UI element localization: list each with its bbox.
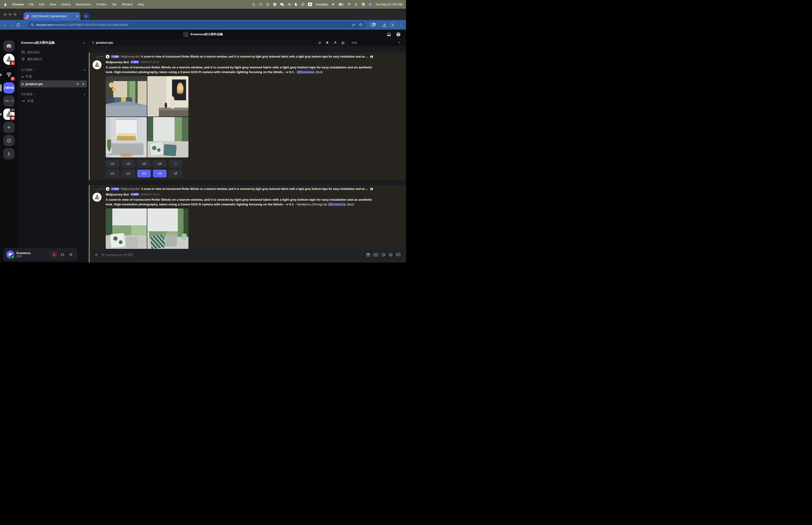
- create-channel-icon[interactable]: +: [83, 92, 86, 96]
- sticker-icon[interactable]: [381, 253, 386, 257]
- spotlight-search-icon[interactable]: [354, 3, 358, 6]
- variation-image-2[interactable]: [147, 208, 188, 249]
- globe-icon[interactable]: [266, 3, 270, 6]
- menu-edit[interactable]: Edit: [39, 3, 44, 6]
- reply-author[interactable]: Midjourney Bot: [121, 187, 140, 191]
- back-icon[interactable]: ←: [2, 23, 9, 27]
- mute-icon[interactable]: [332, 3, 335, 6]
- channel-general-text[interactable]: # 常规: [20, 73, 87, 80]
- generated-image-3[interactable]: [106, 117, 147, 158]
- message-author[interactable]: Midjourney Bot: [106, 60, 129, 64]
- bot-avatar[interactable]: [93, 193, 102, 201]
- server-header[interactable]: Evanesca的大师作品集: [18, 39, 89, 46]
- sidebar-item-boost[interactable]: 服务器助力: [20, 56, 87, 62]
- battery-icon[interactable]: [339, 3, 344, 6]
- member-list-icon[interactable]: [341, 41, 345, 45]
- browser-menu-icon[interactable]: ⋮: [399, 23, 403, 27]
- downloads-icon[interactable]: [382, 23, 386, 27]
- sidebar-item-events[interactable]: 组织活动: [20, 49, 87, 56]
- siri-icon[interactable]: [368, 3, 372, 6]
- user-settings-gear-icon[interactable]: [67, 251, 75, 258]
- control-center-icon[interactable]: [361, 3, 365, 6]
- reload-icon[interactable]: [15, 23, 21, 27]
- button-open-external[interactable]: [169, 170, 182, 177]
- create-channel-icon[interactable]: +: [83, 68, 86, 72]
- apple-icon[interactable]: [4, 3, 7, 6]
- url-bar[interactable]: discord.com/channels/1216972689722314752…: [28, 21, 366, 28]
- notifications-bell-icon[interactable]: [325, 41, 329, 45]
- generated-image-1[interactable]: [106, 76, 147, 117]
- add-server-button[interactable]: [3, 122, 15, 133]
- button-u4[interactable]: U4: [153, 160, 167, 168]
- grid-icon[interactable]: [252, 3, 255, 6]
- mention-evanesca[interactable]: @Evanesca: [328, 202, 346, 206]
- menu-file[interactable]: File: [29, 3, 34, 6]
- menu-tab[interactable]: Tab: [112, 3, 117, 6]
- channel-general-voice[interactable]: 常规: [20, 97, 87, 105]
- section-voice-channels[interactable]: 语音频道 +: [20, 91, 87, 97]
- generated-image-grid[interactable]: [106, 76, 188, 158]
- gift-icon[interactable]: [366, 253, 370, 257]
- tab-close-icon[interactable]: ✕: [76, 15, 78, 18]
- button-v2[interactable]: V2: [121, 170, 135, 177]
- profile-avatar[interactable]: E: [390, 22, 396, 28]
- menu-window[interactable]: Window: [122, 3, 133, 6]
- generated-image-4[interactable]: [147, 117, 188, 158]
- button-reroll[interactable]: [169, 160, 182, 168]
- invite-people-icon[interactable]: [76, 82, 80, 86]
- download-apps-button[interactable]: [3, 148, 15, 159]
- window-controls[interactable]: [4, 13, 16, 16]
- menu-view[interactable]: View: [49, 3, 56, 6]
- input-source-label[interactable]: Canadian: [316, 3, 328, 6]
- zoom-window-button[interactable]: [14, 13, 16, 16]
- message-author[interactable]: Midjourney Bot: [106, 193, 129, 196]
- explore-servers-button[interactable]: [3, 135, 15, 146]
- help-icon[interactable]: ?: [396, 32, 400, 36]
- section-text-channels[interactable]: 文字频道 +: [20, 67, 87, 73]
- wechat-icon[interactable]: [280, 3, 284, 6]
- threads-icon[interactable]: [318, 41, 321, 45]
- reply-author[interactable]: Midjourney Bot: [121, 55, 140, 58]
- play-circle-icon[interactable]: [301, 3, 305, 6]
- server-t[interactable]: 3: [3, 69, 15, 80]
- user-avatar[interactable]: [6, 251, 14, 258]
- reply-preview-text[interactable]: A zoom-in view of translucent Roller Bli…: [141, 187, 368, 191]
- screenshot-app-icon[interactable]: [273, 3, 277, 6]
- user-panel[interactable]: Evanesca 在线: [4, 249, 77, 260]
- url-text[interactable]: discord.com/channels/1216972689722314752…: [36, 23, 349, 27]
- home-button[interactable]: [3, 41, 15, 52]
- search-box[interactable]: [349, 40, 403, 45]
- button-u1[interactable]: U1: [106, 160, 119, 168]
- reply-preview-row[interactable]: ✓APP Midjourney Bot A zoom-in view of tr…: [106, 186, 403, 191]
- menu-bookmarks[interactable]: Bookmarks: [76, 3, 91, 6]
- browser-tab[interactable]: 102 (102) Discord | #product-pic | ✕: [24, 12, 80, 20]
- channel-settings-gear-icon[interactable]: [81, 82, 85, 86]
- headphones-icon[interactable]: [59, 251, 66, 258]
- forward-icon[interactable]: →: [9, 23, 15, 27]
- pinned-messages-icon[interactable]: [333, 41, 337, 45]
- variation-image-1[interactable]: [106, 208, 147, 249]
- button-v3-active[interactable]: V3: [137, 170, 151, 177]
- password-key-icon[interactable]: [352, 23, 356, 27]
- games-activities-icon[interactable]: [396, 253, 401, 257]
- menu-help[interactable]: Help: [138, 3, 144, 6]
- bot-avatar[interactable]: [93, 60, 102, 69]
- message-input-bar[interactable]: GIF: [91, 249, 404, 260]
- reply-preview-text[interactable]: A zoom-in view of translucent Roller Bli…: [141, 55, 368, 58]
- reply-preview-row[interactable]: ✓APP Midjourney Bot A zoom-in view of tr…: [106, 54, 403, 59]
- mic-muted-icon[interactable]: [50, 251, 58, 258]
- mention-evanesca[interactable]: @Evanesca: [296, 70, 315, 74]
- button-v4-active[interactable]: V4: [153, 170, 167, 177]
- tab-search-panel-icon[interactable]: [371, 23, 376, 27]
- channel-product-pic[interactable]: # product-pic: [20, 80, 87, 87]
- gif-icon[interactable]: GIF: [373, 253, 378, 256]
- input-source-icon[interactable]: A: [308, 3, 312, 6]
- menubar-clock[interactable]: Tue Sep 30 2:55 PM: [376, 3, 402, 6]
- bookmark-star-icon[interactable]: [359, 23, 363, 27]
- new-tab-button[interactable]: +: [83, 13, 90, 19]
- close-window-button[interactable]: [4, 13, 6, 16]
- message-input[interactable]: [101, 253, 366, 257]
- generated-image-2[interactable]: [147, 76, 188, 117]
- inbox-icon[interactable]: [387, 32, 391, 36]
- creative-cloud-icon[interactable]: [259, 3, 262, 6]
